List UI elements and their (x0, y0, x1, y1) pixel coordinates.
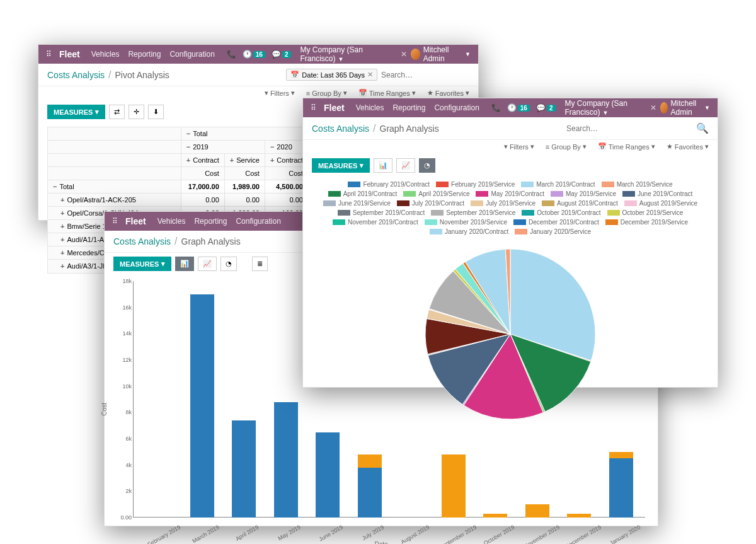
expand-icon[interactable]: + (186, 156, 190, 164)
bar-segment-service[interactable] (567, 514, 591, 518)
bar-segment-contract[interactable] (358, 468, 382, 518)
legend-item[interactable]: April 2019/Contract (326, 190, 399, 198)
legend-item[interactable]: April 2019/Service (401, 190, 471, 198)
search-input[interactable] (566, 124, 692, 133)
nav-configuration[interactable]: Configuration (236, 217, 280, 226)
search-chip[interactable]: 📅 Date: Last 365 Days ✕ (286, 69, 377, 81)
line-chart-button[interactable]: 📈 (396, 158, 415, 173)
collapse-icon[interactable]: − (270, 143, 274, 151)
expand-icon[interactable]: + (60, 223, 64, 230)
expand-icon[interactable]: + (60, 196, 64, 204)
line-chart-button[interactable]: 📈 (198, 257, 217, 271)
bar-segment-contract[interactable] (609, 458, 633, 518)
legend-item[interactable]: February 2019/Contract (346, 180, 432, 188)
filter-favorites[interactable]: ★ Favorites ▾ (427, 89, 469, 97)
stacked-button[interactable]: ≣ (252, 257, 268, 271)
expand-icon[interactable]: + (230, 156, 234, 164)
bar-chart-button[interactable]: 📊 (374, 158, 392, 173)
filter-groupby[interactable]: ≡ Group By ▾ (306, 89, 347, 97)
nav-reporting[interactable]: Reporting (194, 217, 227, 226)
expand-all-button[interactable]: ✛ (129, 105, 144, 119)
expand-icon[interactable]: + (60, 249, 64, 257)
legend-item[interactable]: May 2019/Service (549, 190, 618, 198)
search-input[interactable] (381, 71, 469, 79)
legend-item[interactable]: October 2019/Service (605, 209, 685, 217)
nav-configuration[interactable]: Configuration (434, 103, 479, 112)
legend-item[interactable]: March 2019/Service (600, 180, 675, 188)
legend-item[interactable]: June 2019/Contract (621, 190, 694, 198)
expand-icon[interactable]: + (270, 156, 274, 164)
close-icon[interactable]: ✕ (401, 50, 407, 59)
legend-item[interactable]: December 2019/Service (604, 218, 690, 226)
phone-icon[interactable]: 📞 (227, 50, 236, 59)
close-icon[interactable]: ✕ (650, 103, 656, 112)
legend-item[interactable]: August 2019/Contract (540, 199, 620, 207)
measures-button[interactable]: MEASURES ▾ (312, 158, 370, 173)
measures-button[interactable]: MEASURES ▾ (113, 257, 171, 271)
legend-item[interactable]: January 2020/Contract (428, 228, 510, 236)
collapse-icon[interactable]: − (53, 183, 57, 190)
legend-item[interactable]: May 2019/Contract (474, 190, 546, 198)
legend-item[interactable]: July 2019/Service (469, 199, 537, 207)
search-icon[interactable]: 🔍 (696, 122, 709, 134)
nav-configuration[interactable]: Configuration (169, 50, 214, 59)
company-selector[interactable]: My Company (San Francisco)▼ (301, 45, 391, 63)
bar-segment-service[interactable] (358, 454, 382, 468)
nav-reporting[interactable]: Reporting (392, 103, 425, 112)
legend-item[interactable]: November 2019/Service (423, 218, 509, 226)
user-menu[interactable]: Mitchell Admin▼ (411, 45, 471, 63)
bar-segment-service[interactable] (609, 452, 633, 459)
filter-filters[interactable]: ▾ Filters ▾ (265, 89, 295, 97)
filter-timeranges[interactable]: 📅 Time Ranges ▾ (358, 89, 416, 97)
expand-icon[interactable]: + (60, 209, 64, 217)
legend-item[interactable]: November 2019/Contract (331, 218, 420, 226)
activity-icon[interactable]: 🕐16 (243, 50, 265, 59)
company-selector[interactable]: My Company (San Francisco)▼ (565, 99, 641, 117)
bar-segment-contract[interactable] (316, 432, 340, 518)
activity-icon[interactable]: 🕐16 (507, 103, 530, 112)
breadcrumb-root[interactable]: Costs Analysis (47, 70, 105, 80)
legend-item[interactable]: September 2019/Contract (336, 209, 427, 217)
brand[interactable]: Fleet (59, 49, 80, 59)
filter-favorites[interactable]: ★ Favorites ▾ (667, 142, 709, 151)
legend-item[interactable]: February 2019/Service (434, 180, 517, 188)
bar-chart-button[interactable]: 📊 (175, 257, 194, 271)
expand-icon[interactable]: + (60, 262, 64, 270)
filter-timeranges[interactable]: 📅 Time Ranges ▾ (598, 142, 655, 151)
legend-item[interactable]: August 2019/Service (622, 199, 699, 207)
apps-icon[interactable]: ⠿ (311, 103, 316, 112)
legend-item[interactable]: March 2019/Contract (519, 180, 597, 188)
bar-segment-contract[interactable] (190, 294, 214, 518)
chat-icon[interactable]: 💬2 (272, 50, 291, 59)
nav-vehicles[interactable]: Vehicles (91, 50, 120, 59)
brand[interactable]: Fleet (125, 216, 146, 226)
apps-icon[interactable]: ⠿ (46, 50, 52, 59)
filter-filters[interactable]: ▾ Filters ▾ (504, 142, 534, 151)
collapse-icon[interactable]: − (186, 143, 190, 151)
bar-segment-contract[interactable] (232, 420, 256, 518)
nav-vehicles[interactable]: Vehicles (158, 217, 186, 226)
pie-chart-button[interactable]: ◔ (220, 257, 237, 271)
breadcrumb-root[interactable]: Costs Analysis (312, 124, 369, 134)
expand-icon[interactable]: + (60, 236, 64, 243)
nav-vehicles[interactable]: Vehicles (356, 103, 384, 112)
legend-item[interactable]: December 2019/Contract (512, 218, 601, 226)
apps-icon[interactable]: ⠿ (112, 217, 118, 226)
flip-axis-button[interactable]: ⇄ (109, 105, 125, 119)
brand[interactable]: Fleet (324, 103, 345, 113)
bar-segment-contract[interactable] (274, 402, 298, 518)
legend-item[interactable]: June 2019/Service (321, 199, 392, 207)
breadcrumb-root[interactable]: Costs Analysis (113, 236, 171, 246)
legend-item[interactable]: January 2020/Service (513, 228, 593, 236)
phone-icon[interactable]: 📞 (491, 103, 501, 112)
filter-groupby[interactable]: ≡ Group By ▾ (546, 142, 587, 151)
bar-segment-service[interactable] (442, 454, 466, 518)
bar-segment-service[interactable] (525, 504, 549, 518)
chat-icon[interactable]: 💬2 (536, 103, 556, 112)
download-button[interactable]: ⬇ (148, 105, 164, 119)
nav-reporting[interactable]: Reporting (128, 50, 161, 59)
chip-remove-icon[interactable]: ✕ (367, 71, 373, 79)
legend-item[interactable]: October 2019/Contract (520, 209, 602, 217)
legend-item[interactable]: September 2019/Service (429, 209, 517, 217)
user-menu[interactable]: Mitchell Admin▼ (660, 99, 710, 117)
